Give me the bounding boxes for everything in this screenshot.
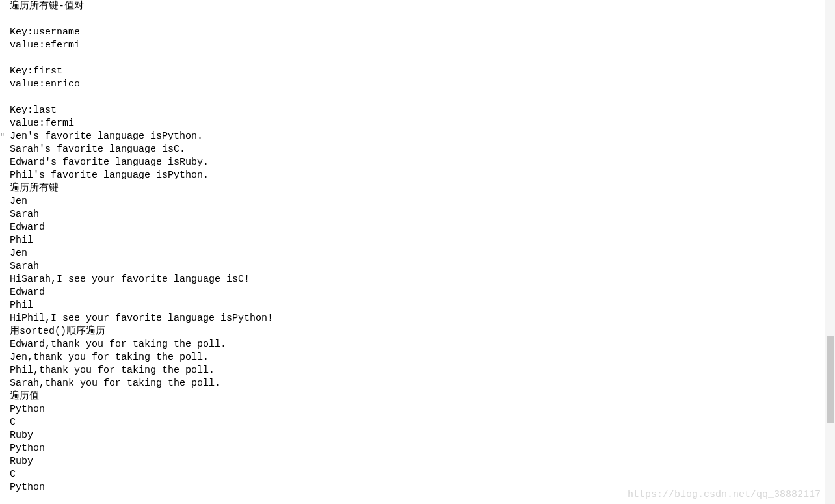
output-line: Phil,thank you for taking the poll. <box>10 364 821 377</box>
output-line: Jen <box>10 247 821 260</box>
output-line: Phil <box>10 234 821 247</box>
output-line: 遍历所有键-值对 <box>10 0 821 13</box>
output-line: value:fermi <box>10 117 821 130</box>
output-line: Python <box>10 481 821 494</box>
output-line: Jen <box>10 195 821 208</box>
output-line: Phil's favorite language isPython. <box>10 169 821 182</box>
output-line <box>10 13 821 26</box>
output-line: C <box>10 416 821 429</box>
output-line: value:efermi <box>10 39 821 52</box>
output-line: 用sorted()顺序遍历 <box>10 325 821 338</box>
gutter-quote: " <box>0 133 5 142</box>
output-line: Key:username <box>10 26 821 39</box>
scrollbar-thumb[interactable] <box>827 336 834 423</box>
output-line: 遍历所有键 <box>10 182 821 195</box>
output-line: Phil <box>10 299 821 312</box>
output-line: Sarah's favorite language isC. <box>10 143 821 156</box>
output-line: Key:last <box>10 104 821 117</box>
console-output: 遍历所有键-值对Key:usernamevalue:efermiKey:firs… <box>7 0 823 504</box>
output-line: Edward,thank you for taking the poll. <box>10 338 821 351</box>
output-line: HiPhil,I see your favorite language isPy… <box>10 312 821 325</box>
output-line: Edward <box>10 286 821 299</box>
output-line <box>10 52 821 65</box>
output-line: Jen,thank you for taking the poll. <box>10 351 821 364</box>
output-line: C <box>10 468 821 481</box>
output-line: Sarah <box>10 208 821 221</box>
output-line <box>10 91 821 104</box>
output-line: Edward's favorite language isRuby. <box>10 156 821 169</box>
output-line: Python <box>10 442 821 455</box>
output-line: Edward <box>10 221 821 234</box>
output-line: 遍历值 <box>10 390 821 403</box>
output-line: Ruby <box>10 429 821 442</box>
output-line: value:enrico <box>10 78 821 91</box>
output-line: Ruby <box>10 455 821 468</box>
output-line: Sarah <box>10 260 821 273</box>
output-line: Python <box>10 403 821 416</box>
output-line: HiSarah,I see your favorite language isC… <box>10 273 821 286</box>
scrollbar-track[interactable] <box>825 0 835 504</box>
output-line: Jen's favorite language isPython. <box>10 130 821 143</box>
output-line: Key:first <box>10 65 821 78</box>
output-line: Sarah,thank you for taking the poll. <box>10 377 821 390</box>
